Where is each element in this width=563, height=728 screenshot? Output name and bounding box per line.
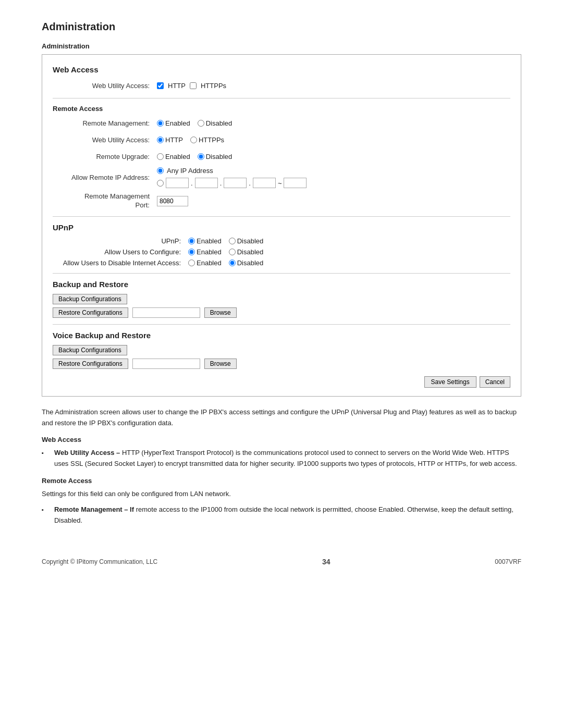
section-label: Administration — [42, 42, 521, 50]
web-utility-access-row: Web Utility Access: HTTP HTTPPs — [53, 133, 510, 146]
web-access-title: Web Access — [53, 65, 510, 74]
web-utility-access-controls: HTTP HTTPPs — [157, 136, 224, 144]
remote-upgrade-row: Remote Upgrade: Enabled Disabled — [53, 150, 510, 163]
footer-buttons: Save Settings Cancel — [53, 376, 510, 388]
ip-field-4[interactable] — [253, 178, 276, 188]
restore-row: Restore Configurations Browse — [53, 307, 510, 318]
adi-disabled-label: Disabled — [237, 259, 264, 267]
remote-upgrade-label: Remote Upgrade: — [53, 153, 157, 161]
ac-enabled-label: Enabled — [197, 248, 222, 256]
ri-any-radio[interactable] — [157, 167, 164, 174]
ip-field-3[interactable] — [224, 178, 247, 188]
any-ip-label: Any IP Address — [167, 167, 213, 175]
ip-field-1[interactable] — [166, 178, 189, 188]
wu-https-item: HTTPPs — [190, 136, 224, 144]
bullet-remote-management: Remote Management – If remote access to … — [42, 504, 521, 526]
wu-http-label: HTTP — [165, 136, 183, 144]
adi-disabled-radio[interactable] — [229, 260, 236, 266]
remote-mgmt-disabled-item: Disabled — [198, 119, 232, 127]
divider-4 — [53, 324, 510, 325]
ru-enabled-item: Enabled — [157, 153, 190, 161]
ip-dot-1: . — [191, 179, 193, 187]
remote-settings-text: Settings for this field can only be conf… — [42, 489, 521, 500]
ru-disabled-radio[interactable] — [198, 153, 204, 160]
web-access-heading: Web Access — [42, 435, 521, 446]
remote-mgmt-enabled-label: Enabled — [165, 119, 190, 127]
restore-configurations-button[interactable]: Restore Configurations — [53, 307, 128, 318]
wu-http-radio[interactable] — [157, 137, 164, 143]
doc-id: 0007VRF — [495, 558, 521, 565]
browse-button-2[interactable]: Browse — [204, 359, 237, 369]
bullet-remote-text: Remote Management – If remote access to … — [54, 504, 521, 526]
ac-disabled-radio[interactable] — [229, 249, 236, 255]
allow-configure-controls: Enabled Disabled — [188, 248, 263, 256]
http-label: HTTP — [168, 82, 186, 90]
ac-disabled-item: Disabled — [229, 248, 264, 256]
divider-3 — [53, 273, 510, 274]
remote-port-label: Remote Management Port: — [53, 192, 157, 210]
bullet-1-text: HTTP (HyperText Transport Protocol) is t… — [54, 449, 517, 467]
allow-remote-ip-controls: Any IP Address . . . ~ — [157, 167, 307, 188]
ip-field-5[interactable] — [284, 178, 307, 188]
wu-https-radio[interactable] — [190, 137, 197, 143]
cancel-button[interactable]: Cancel — [480, 376, 510, 388]
upnp-row: UPnP: Enabled Disabled — [53, 237, 510, 245]
voice-restore-configurations-button[interactable]: Restore Configurations — [53, 359, 128, 369]
ru-disabled-item: Disabled — [198, 153, 232, 161]
ip-dot-3: . — [249, 179, 251, 187]
adi-enabled-label: Enabled — [197, 259, 222, 267]
web-utility-controls: HTTP HTTPPs — [157, 82, 226, 90]
upnp-disabled-item: Disabled — [229, 237, 264, 245]
ip-tilde: ~ — [278, 179, 282, 187]
https-checkbox[interactable] — [190, 82, 197, 89]
ri-custom-radio[interactable] — [157, 180, 164, 187]
upnp-disabled-radio[interactable] — [229, 238, 236, 244]
intro-text: The Administration screen allows user to… — [42, 407, 521, 429]
remote-access-title: Remote Access — [53, 105, 510, 113]
upnp-disabled-label: Disabled — [237, 237, 264, 245]
voice-restore-file-input[interactable] — [132, 359, 200, 369]
ac-enabled-radio[interactable] — [188, 249, 195, 255]
wu-http-item: HTTP — [157, 136, 183, 144]
admin-box: Web Access Web Utility Access: HTTP HTTP… — [42, 54, 521, 397]
page-title: Administration — [42, 21, 521, 33]
ru-enabled-radio[interactable] — [157, 153, 164, 160]
wu-https-label: HTTPPs — [199, 136, 224, 144]
upnp-enabled-label: Enabled — [197, 237, 222, 245]
ip-field-2[interactable] — [195, 178, 218, 188]
remote-management-row: Remote Management: Enabled Disabled — [53, 117, 510, 129]
ru-disabled-label: Disabled — [206, 153, 232, 161]
remote-management-label: Remote Management: — [53, 119, 157, 127]
voice-backup-title: Voice Backup and Restore — [53, 331, 510, 340]
divider-1 — [53, 98, 510, 98]
save-settings-button[interactable]: Save Settings — [424, 376, 476, 388]
adi-enabled-radio[interactable] — [188, 260, 195, 266]
remote-upgrade-controls: Enabled Disabled — [157, 153, 232, 161]
remote-mgmt-enabled-radio[interactable] — [157, 120, 164, 127]
upnp-enabled-radio[interactable] — [188, 238, 195, 244]
allow-remote-ip-label: Allow Remote IP Address: — [53, 174, 157, 181]
adi-enabled-item: Enabled — [188, 259, 222, 267]
remote-access-bullets: Remote Management – If remote access to … — [42, 504, 521, 526]
remote-mgmt-enabled-item: Enabled — [157, 119, 190, 127]
allow-disable-internet-row: Allow Users to Disable Internet Access: … — [53, 259, 510, 267]
web-utility-row: Web Utility Access: HTTP HTTPPs — [53, 79, 510, 92]
allow-disable-internet-controls: Enabled Disabled — [188, 259, 263, 267]
ac-enabled-item: Enabled — [188, 248, 222, 256]
bullet-web-utility-text: Web Utility Access – HTTP (HyperText Tra… — [54, 448, 521, 470]
adi-disabled-item: Disabled — [229, 259, 264, 267]
http-checkbox[interactable] — [157, 82, 164, 89]
browse-button-1[interactable]: Browse — [204, 307, 237, 318]
web-access-bullets: Web Utility Access – HTTP (HyperText Tra… — [42, 448, 521, 470]
voice-backup-configurations-button[interactable]: Backup Configurations — [53, 345, 127, 355]
backup-configurations-button[interactable]: Backup Configurations — [53, 294, 127, 304]
upnp-controls: Enabled Disabled — [188, 237, 263, 245]
remote-mgmt-disabled-radio[interactable] — [198, 120, 204, 127]
remote-port-row: Remote Management Port: 8080 — [53, 192, 510, 210]
allow-configure-row: Allow Users to Configure: Enabled Disabl… — [53, 248, 510, 256]
voice-restore-row: Restore Configurations Browse — [53, 359, 510, 369]
allow-disable-internet-label: Allow Users to Disable Internet Access: — [53, 259, 188, 267]
allow-remote-ip-row: Allow Remote IP Address: Any IP Address … — [53, 167, 510, 188]
restore-file-input[interactable] — [132, 307, 200, 318]
remote-port-input[interactable]: 8080 — [157, 196, 188, 206]
